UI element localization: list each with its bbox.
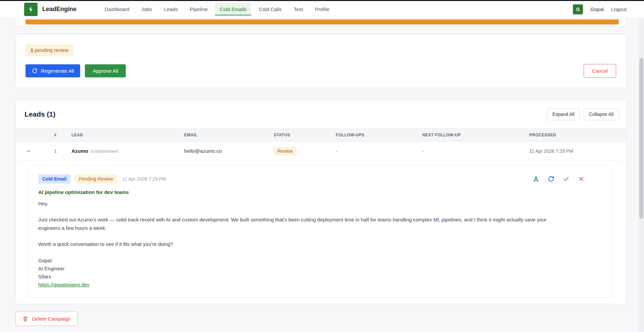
- scrollbar-track[interactable]: [639, 19, 644, 332]
- next-followup-value: -: [422, 148, 529, 154]
- approve-all-button[interactable]: Approve All: [85, 64, 126, 77]
- leads-header-buttons: Expand All Collapse All: [547, 108, 619, 120]
- campaign-progress-bar: [25, 19, 619, 24]
- regenerate-all-button[interactable]: Regenerate All: [25, 64, 80, 77]
- lead-email: hello@azumo.co: [184, 148, 274, 154]
- signature-company: Sifars: [38, 273, 561, 281]
- email-card-header: Cold Email Pending Review 11 Apr 2026 7:…: [38, 174, 603, 184]
- approve-check-icon[interactable]: [563, 176, 570, 182]
- leads-card: Leads (1) Expand All Collapse All # LEAD…: [15, 100, 627, 304]
- collapse-all-button[interactable]: Collapse All: [584, 108, 619, 120]
- table-header-row: # LEAD EMAIL STATUS FOLLOW-UPS NEXT FOLL…: [16, 128, 626, 142]
- nav-item-pipeline[interactable]: Pipeline: [185, 3, 212, 15]
- leads-title: Leads (1): [24, 110, 55, 118]
- leads-header: Leads (1) Expand All Collapse All: [16, 100, 626, 128]
- pending-review-badge: 1 pending review: [25, 44, 73, 56]
- regenerate-icon[interactable]: [548, 176, 554, 182]
- nav-user-area: G Gopal Logout: [573, 4, 627, 14]
- brand-name: LeadEngine: [42, 6, 76, 13]
- nav-item-test[interactable]: Test: [289, 3, 308, 15]
- email-paragraph-1: Just checked out Azumo's work — solid tr…: [38, 216, 561, 232]
- status-cell: Review: [274, 147, 336, 155]
- nav-item-cold-emails[interactable]: Cold Emails: [215, 3, 251, 15]
- top-nav: LeadEngine Dashboard Jobs Leads Pipeline…: [0, 0, 644, 19]
- nav-item-jobs[interactable]: Jobs: [137, 3, 157, 15]
- row-index: 1: [41, 148, 71, 154]
- email-body: Hey, Just checked out Azumo's work — sol…: [38, 200, 561, 289]
- cancel-button[interactable]: Cancel: [584, 64, 616, 78]
- pending-label: pending review: [33, 47, 68, 53]
- processed-value: 11 Apr 2026 7:29 PM: [529, 148, 626, 154]
- email-type-badge: Cold Email: [38, 174, 70, 184]
- nav-item-cold-calls[interactable]: Cold Calls: [254, 3, 286, 15]
- signature-link[interactable]: https://gopalswami.dev: [38, 281, 90, 289]
- avatar[interactable]: G: [573, 4, 583, 14]
- signature-role: AI Engineer: [38, 265, 561, 273]
- refresh-icon: [32, 68, 38, 74]
- scrollbar-thumb[interactable]: [639, 58, 643, 219]
- delete-campaign-button[interactable]: Delete Campaign: [15, 312, 78, 326]
- table-row[interactable]: 1 AzumoEstablishment hello@azumo.co Revi…: [16, 142, 626, 160]
- column-header-processed: PROCESSED: [529, 133, 626, 137]
- lead-name: AzumoEstablishment: [71, 148, 184, 154]
- controls-row: Regenerate All Approve All Cancel: [25, 64, 616, 78]
- status-badge: Review: [274, 147, 297, 155]
- expanded-row-detail: Cold Email Pending Review 11 Apr 2026 7:…: [16, 160, 626, 304]
- lead-company: Azumo: [71, 148, 88, 154]
- review-controls-card: 1 pending review Regenerate All Approve …: [15, 35, 627, 88]
- email-paragraph-2: Worth a quick conversation to see if it …: [38, 240, 561, 248]
- signature-name: Gopal: [38, 257, 561, 265]
- expand-all-button[interactable]: Expand All: [547, 108, 580, 120]
- nav-item-leads[interactable]: Leads: [159, 3, 182, 15]
- email-status-badge: Pending Review: [75, 174, 117, 184]
- regenerate-all-label: Regenerate All: [41, 68, 74, 74]
- email-greeting: Hey,: [38, 200, 561, 208]
- delete-campaign-label: Delete Campaign: [32, 316, 71, 322]
- nav-item-profile[interactable]: Profile: [310, 3, 334, 15]
- cold-email-card: Cold Email Pending Review 11 Apr 2026 7:…: [29, 166, 613, 298]
- lead-type: Establishment: [91, 149, 118, 154]
- column-header-lead: LEAD: [71, 133, 184, 137]
- email-actions: [533, 176, 585, 182]
- nav-items: Dashboard Jobs Leads Pipeline Cold Email…: [100, 0, 334, 18]
- trash-icon: [22, 316, 28, 322]
- reject-x-icon[interactable]: [578, 176, 585, 182]
- column-header-index: #: [41, 133, 71, 137]
- column-header-email: EMAIL: [184, 133, 274, 137]
- send-icon[interactable]: [533, 176, 539, 182]
- column-header-next-followup: NEXT FOLLOW-UP: [422, 133, 529, 137]
- window-top-edge: [0, 0, 644, 1]
- email-subject: AI pipeline optimization for dev teams: [38, 189, 603, 195]
- progress-card: [15, 19, 627, 26]
- nav-item-dashboard[interactable]: Dashboard: [100, 3, 134, 15]
- logout-link[interactable]: Logout: [611, 6, 627, 12]
- column-header-status: STATUS: [274, 133, 336, 137]
- brand: LeadEngine: [24, 3, 76, 16]
- user-name: Gopal: [590, 6, 604, 12]
- email-timestamp: 11 Apr 2026 7:29 PM: [122, 176, 166, 182]
- followups-value: -: [336, 148, 422, 154]
- column-header-followups: FOLLOW-UPS: [336, 133, 422, 137]
- chevron-down-icon[interactable]: [16, 148, 41, 154]
- lightning-bolt-icon: [24, 3, 38, 16]
